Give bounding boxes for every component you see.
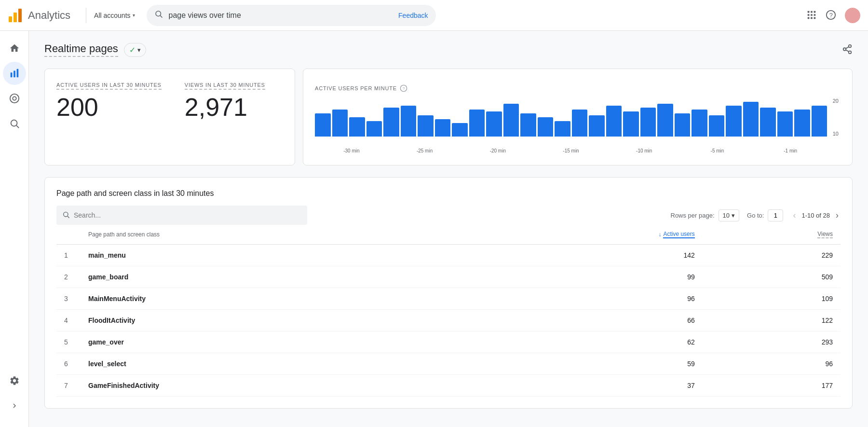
views-stat: VIEWS IN LAST 30 MINUTES 2,971 xyxy=(185,81,265,121)
table-row: 6 level_select 59 96 xyxy=(56,353,841,375)
chart-bar-14 xyxy=(555,121,570,137)
col-active-users-header[interactable]: ↓ Active users xyxy=(470,225,703,245)
page-title-wrap: Realtime pages ✓ ▾ xyxy=(44,42,146,57)
sidebar-item-realtime[interactable] xyxy=(3,62,26,85)
col-views-header[interactable]: Views xyxy=(703,225,841,245)
chart-bar-6 xyxy=(418,115,434,137)
chart-x-label-4: -10 min xyxy=(608,148,681,153)
svg-text:?: ? xyxy=(829,11,833,18)
active-users-value: 200 xyxy=(56,94,162,121)
active-users-label: ACTIVE USERS IN LAST 30 MINUTES xyxy=(56,82,162,90)
row-path: level_select xyxy=(81,353,470,375)
avatar[interactable] xyxy=(845,8,860,23)
sidebar-item-home[interactable] xyxy=(3,37,26,60)
table-search-box[interactable] xyxy=(56,206,307,225)
chart-bar-1 xyxy=(332,110,348,137)
feedback-link[interactable]: Feedback xyxy=(398,12,428,19)
table-row: 3 MainMenuActivity 96 109 xyxy=(56,288,841,310)
page-range: 1-10 of 28 xyxy=(801,212,830,219)
row-num: 6 xyxy=(56,353,81,375)
chart-bar-22 xyxy=(692,110,707,137)
chart-bar-27 xyxy=(777,111,793,137)
sidebar-item-search[interactable] xyxy=(3,112,26,135)
chart-title: ACTIVE USERS PER MINUTE xyxy=(315,85,397,91)
chart-bar-25 xyxy=(743,102,759,137)
svg-rect-17 xyxy=(14,71,15,78)
table-body: 1 main_menu 142 229 2 game_board 99 509 … xyxy=(56,245,841,397)
chart-bar-0 xyxy=(315,113,331,137)
chart-section: ACTIVE USERS PER MINUTE ? 20 10 -30 min-… xyxy=(315,81,841,153)
stats-card: ACTIVE USERS IN LAST 30 MINUTES 200 VIEW… xyxy=(44,69,295,165)
table-row: 4 FloodItActivity 66 122 xyxy=(56,310,841,331)
app-logo[interactable]: Analytics xyxy=(8,8,70,23)
table-row: 2 game_board 99 509 xyxy=(56,266,841,288)
chart-bar-17 xyxy=(606,106,622,137)
chart-bars xyxy=(315,98,841,137)
svg-rect-1 xyxy=(14,13,17,22)
svg-line-27 xyxy=(846,46,849,48)
status-badge[interactable]: ✓ ▾ xyxy=(124,43,146,57)
chart-bar-7 xyxy=(435,119,451,137)
rows-per-page-value: 10 xyxy=(723,212,730,219)
row-num: 1 xyxy=(56,245,81,266)
chart-bar-18 xyxy=(623,111,639,137)
row-views: 122 xyxy=(703,310,841,331)
row-active-users: 62 xyxy=(470,331,703,353)
row-num: 5 xyxy=(56,331,81,353)
page-header: Realtime pages ✓ ▾ xyxy=(44,42,853,57)
row-path: game_over xyxy=(81,331,470,353)
page-nav: ‹ 1-10 of 28 › xyxy=(791,208,841,222)
cards-row: ACTIVE USERS IN LAST 30 MINUTES 200 VIEW… xyxy=(44,69,853,165)
chart-bar-3 xyxy=(366,121,382,137)
grid-icon[interactable] xyxy=(806,10,818,21)
svg-rect-6 xyxy=(811,11,813,13)
main-content: Realtime pages ✓ ▾ ACTIVE USERS IN LAST … xyxy=(29,31,868,427)
status-dropdown-icon: ▾ xyxy=(137,46,141,54)
chart-bar-4 xyxy=(383,108,399,137)
table-toolbar: Rows per page: 10 ▾ Go to: ‹ 1-10 of 28 … xyxy=(56,206,841,225)
table-header-row: Page path and screen class ↓ Active user… xyxy=(56,225,841,245)
row-views: 229 xyxy=(703,245,841,266)
rows-per-page-select[interactable]: 10 ▾ xyxy=(719,209,739,221)
row-num: 4 xyxy=(56,310,81,331)
svg-rect-16 xyxy=(10,72,12,77)
svg-point-19 xyxy=(10,94,18,103)
svg-rect-18 xyxy=(16,69,18,77)
table-header: Page path and screen class ↓ Active user… xyxy=(56,225,841,245)
row-active-users: 37 xyxy=(470,375,703,397)
sort-down-icon: ↓ xyxy=(658,231,661,238)
search-bar[interactable]: Feedback xyxy=(147,5,436,26)
row-num: 3 xyxy=(56,288,81,310)
sidebar-item-audience[interactable] xyxy=(3,87,26,110)
chart-x-label-0: -30 min xyxy=(315,148,388,153)
chart-bar-28 xyxy=(794,110,810,137)
table-section: Page path and screen class in last 30 mi… xyxy=(44,177,853,409)
chart-x-label-6: -1 min xyxy=(754,148,827,153)
header-divider xyxy=(86,8,86,23)
share-button[interactable] xyxy=(842,44,853,56)
row-path: game_board xyxy=(81,266,470,288)
svg-point-3 xyxy=(156,11,161,16)
chart-bar-9 xyxy=(469,110,485,137)
next-page-button[interactable]: › xyxy=(834,208,841,222)
chart-bar-16 xyxy=(589,115,605,137)
svg-rect-5 xyxy=(808,11,810,13)
chart-help-icon[interactable]: ? xyxy=(400,84,407,92)
app-title: Analytics xyxy=(28,9,70,22)
search-input[interactable] xyxy=(169,11,389,20)
chart-title-wrap: ACTIVE USERS PER MINUTE ? xyxy=(315,84,841,92)
svg-point-20 xyxy=(13,96,16,100)
svg-rect-13 xyxy=(814,17,816,19)
active-users-stat: ACTIVE USERS IN LAST 30 MINUTES 200 xyxy=(56,81,162,121)
row-views: 509 xyxy=(703,266,841,288)
sidebar-item-settings[interactable] xyxy=(3,369,26,392)
help-icon[interactable]: ? xyxy=(826,10,837,21)
sidebar-collapse-button[interactable] xyxy=(3,394,26,417)
table-search-input[interactable] xyxy=(74,211,301,219)
chart-bar-8 xyxy=(452,123,468,137)
page-input[interactable] xyxy=(768,209,783,221)
table-row: 5 game_over 62 293 xyxy=(56,331,841,353)
prev-page-button[interactable]: ‹ xyxy=(791,208,798,222)
svg-rect-11 xyxy=(808,17,810,19)
all-accounts-selector[interactable]: All accounts ▾ xyxy=(94,12,135,19)
